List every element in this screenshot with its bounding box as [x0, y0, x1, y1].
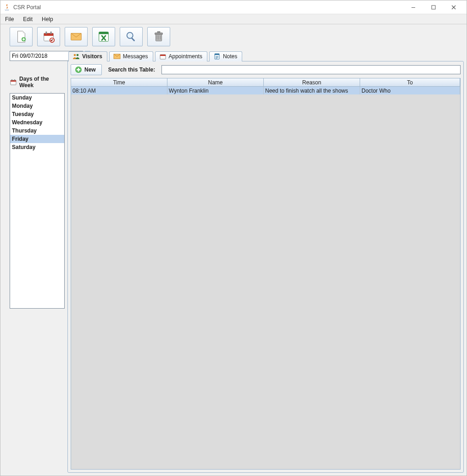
table-header: Time Name Reason To [71, 78, 460, 87]
search-label: Search this Table: [108, 66, 155, 73]
notes-icon [213, 53, 221, 60]
svg-rect-5 [45, 32, 47, 34]
toolbar-calendar-button[interactable] [37, 27, 60, 46]
tab-notes[interactable]: Notes [209, 51, 242, 61]
toolbar [0, 24, 467, 49]
tab-panel-visitors: New Search this Table: Time Name Reason … [67, 61, 464, 473]
svg-rect-19 [11, 80, 16, 82]
main-panel: Visitors Messages Appointments Notes [67, 49, 464, 473]
add-icon [75, 66, 82, 73]
maximize-button[interactable] [423, 1, 444, 14]
panel-toolbar: New Search this Table: [71, 64, 461, 75]
minimize-button[interactable] [403, 1, 423, 14]
column-header-to[interactable]: To [360, 78, 460, 86]
svg-rect-10 [99, 32, 109, 34]
svg-rect-14 [155, 33, 163, 35]
table-body: 08:10 AM Wynton Franklin Need to finish … [71, 87, 460, 469]
day-item-friday[interactable]: Friday [10, 135, 64, 143]
tab-messages[interactable]: Messages [109, 51, 153, 61]
tab-appointments[interactable]: Appointments [155, 51, 207, 61]
toolbar-search-button[interactable] [120, 27, 143, 46]
menu-file[interactable]: File [3, 15, 16, 23]
visitors-table: Time Name Reason To 08:10 AM Wynton Fran… [71, 78, 461, 470]
titlebar: CSR Portal [0, 0, 467, 14]
day-item-thursday[interactable]: Thursday [10, 127, 64, 135]
days-of-week-label: Days of the Week [19, 76, 65, 89]
tab-visitors-label: Visitors [82, 53, 102, 60]
svg-rect-15 [157, 32, 160, 33]
cell-reason: Need to finish watch all the shows [264, 87, 360, 94]
search-input[interactable] [161, 65, 461, 74]
days-list: Sunday Monday Tuesday Wednesday Thursday… [10, 93, 65, 309]
tab-notes-label: Notes [223, 53, 237, 60]
toolbar-excel-button[interactable] [92, 27, 115, 46]
tab-strip: Visitors Messages Appointments Notes [67, 51, 464, 61]
cell-time: 08:10 AM [71, 87, 167, 94]
date-row [10, 51, 65, 61]
toolbar-new-doc-button[interactable] [10, 27, 33, 46]
svg-point-11 [127, 33, 133, 39]
day-item-monday[interactable]: Monday [10, 102, 64, 110]
column-header-name[interactable]: Name [167, 78, 264, 86]
envelope-icon [113, 53, 121, 60]
new-button-label: New [84, 66, 96, 73]
menu-help[interactable]: Help [40, 15, 55, 23]
table-row[interactable]: 08:10 AM Wynton Franklin Need to finish … [71, 87, 460, 94]
window-title: CSR Portal [13, 4, 41, 11]
column-header-reason[interactable]: Reason [264, 78, 360, 86]
menubar: File Edit Help [0, 14, 467, 24]
day-item-wednesday[interactable]: Wednesday [10, 118, 64, 127]
day-item-sunday[interactable]: Sunday [10, 94, 64, 102]
calendar-icon [10, 78, 17, 86]
svg-rect-1 [432, 6, 435, 9]
svg-rect-4 [44, 33, 54, 36]
svg-rect-6 [50, 32, 52, 34]
day-item-saturday[interactable]: Saturday [10, 143, 64, 151]
svg-point-22 [74, 54, 76, 56]
cell-to: Doctor Who [360, 87, 460, 94]
cell-name: Wynton Franklin [167, 87, 264, 94]
svg-rect-0 [411, 7, 415, 8]
column-header-time[interactable]: Time [71, 78, 167, 86]
app-window: CSR Portal File Edit Help [0, 0, 467, 476]
svg-rect-12 [131, 38, 135, 42]
java-icon [3, 4, 11, 11]
svg-rect-21 [14, 79, 15, 81]
toolbar-delete-button[interactable] [147, 27, 170, 46]
people-icon [72, 53, 80, 60]
new-button[interactable]: New [71, 64, 102, 75]
day-item-tuesday[interactable]: Tuesday [10, 110, 64, 118]
tab-appointments-label: Appointments [169, 53, 202, 60]
close-button[interactable] [444, 1, 464, 14]
svg-rect-28 [215, 54, 219, 55]
sidebar: Days of the Week Sunday Monday Tuesday W… [3, 49, 65, 473]
svg-rect-20 [11, 79, 12, 81]
calendar-small-icon [159, 53, 167, 60]
content-area: Days of the Week Sunday Monday Tuesday W… [0, 49, 467, 476]
tab-visitors[interactable]: Visitors [68, 51, 107, 61]
days-of-week-header: Days of the Week [10, 76, 65, 89]
svg-point-23 [77, 54, 79, 56]
toolbar-messages-button[interactable] [65, 27, 88, 46]
svg-rect-26 [160, 55, 166, 56]
tab-messages-label: Messages [123, 53, 148, 60]
menu-edit[interactable]: Edit [21, 15, 34, 23]
